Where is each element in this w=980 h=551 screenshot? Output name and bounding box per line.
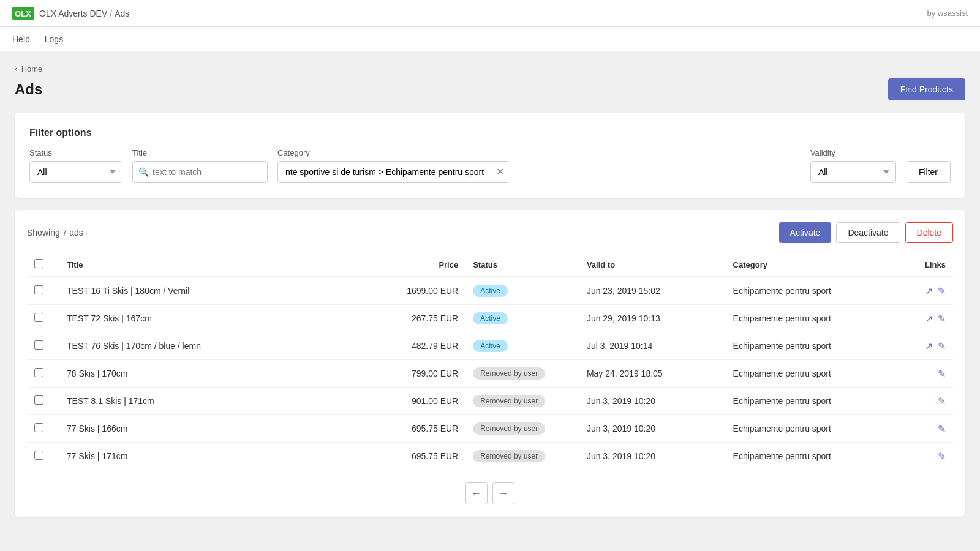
filter-card: Filter options Status All Active Removed…	[15, 113, 965, 198]
filter-row: Status All Active Removed by user Title …	[29, 148, 951, 183]
table-row: 77 Skis | 171cm 695.75 EUR Removed by us…	[27, 443, 953, 470]
back-link[interactable]: ‹ Home	[15, 64, 965, 73]
status-select[interactable]: All Active Removed by user	[29, 161, 123, 183]
table-row: TEST 8.1 Skis | 171cm 901.00 EUR Removed…	[27, 388, 953, 415]
filter-button[interactable]: Filter	[906, 161, 951, 183]
link-icons-group: ↗ ✎	[895, 313, 946, 324]
row-checkbox-1[interactable]	[34, 313, 43, 322]
row-checkbox-5[interactable]	[34, 423, 43, 432]
edit-icon[interactable]: ✎	[938, 451, 946, 462]
status-badge: Active	[473, 340, 508, 352]
row-links: ↗ ✎	[888, 277, 953, 305]
filter-label-spacer	[906, 148, 951, 157]
nav-help[interactable]: Help	[12, 29, 30, 49]
row-valid-to: Jun 3, 2019 10:20	[579, 443, 726, 470]
link-icons-group: ✎	[895, 395, 946, 407]
link-icons-group: ✎	[895, 423, 946, 435]
row-price: 901.00 EUR	[368, 388, 466, 415]
row-price: 482.79 EUR	[368, 332, 466, 360]
page-title: Ads	[15, 81, 42, 98]
row-status: Removed by user	[466, 415, 579, 443]
link-icons-group: ↗ ✎	[895, 340, 946, 352]
row-links: ✎	[888, 360, 953, 388]
category-input[interactable]	[277, 161, 510, 183]
table-row: TEST 16 Ti Skis | 180cm / Vernil 1699.00…	[27, 277, 953, 305]
activate-button[interactable]: Activate	[779, 222, 832, 243]
next-page-button[interactable]: →	[492, 482, 514, 504]
breadcrumb-separator: /	[110, 9, 112, 18]
olx-logo-icon: OLX	[12, 7, 34, 20]
row-valid-to: Jun 23, 2019 15:02	[579, 277, 726, 305]
row-checkbox-cell	[27, 305, 59, 332]
delete-button[interactable]: Delete	[905, 222, 953, 243]
row-category: Echipamente pentru sport	[726, 388, 888, 415]
filter-button-group: Filter	[906, 148, 951, 183]
row-category: Echipamente pentru sport	[726, 305, 888, 332]
topbar: OLX OLX Adverts DEV / Ads by wsassist	[0, 0, 980, 27]
col-header-check	[27, 253, 59, 277]
edit-icon[interactable]: ✎	[938, 423, 946, 435]
find-products-button[interactable]: Find Products	[888, 78, 965, 100]
col-header-valid: Valid to	[579, 253, 726, 277]
prev-page-button[interactable]: ←	[466, 482, 488, 504]
filter-group-category: Category ✕	[277, 148, 801, 183]
table-row: 77 Skis | 166cm 695.75 EUR Removed by us…	[27, 415, 953, 443]
edit-icon[interactable]: ✎	[938, 340, 946, 352]
row-title: TEST 76 Skis | 170cm / blue / lemn	[59, 332, 368, 360]
edit-icon[interactable]: ✎	[938, 395, 946, 407]
table-actions: Activate Deactivate Delete	[779, 222, 953, 243]
validity-select[interactable]: All Valid Expired	[810, 161, 896, 183]
status-badge: Removed by user	[473, 395, 545, 407]
row-status: Active	[466, 332, 579, 360]
edit-icon[interactable]: ✎	[938, 313, 946, 324]
breadcrumb-app: OLX Adverts DEV	[39, 9, 107, 18]
row-checkbox-0[interactable]	[34, 285, 43, 294]
row-links: ✎	[888, 415, 953, 443]
row-valid-to: Jun 29, 2019 10:13	[579, 305, 726, 332]
topbar-right: by wsassist	[927, 9, 968, 18]
topbar-left: OLX OLX Adverts DEV / Ads	[12, 7, 129, 20]
filter-group-validity: Validity All Valid Expired	[810, 148, 896, 183]
clear-category-icon[interactable]: ✕	[496, 167, 504, 177]
row-price: 267.75 EUR	[368, 305, 466, 332]
col-header-links: Links	[888, 253, 953, 277]
row-category: Echipamente pentru sport	[726, 277, 888, 305]
filter-group-status: Status All Active Removed by user	[29, 148, 123, 183]
row-status: Removed by user	[466, 388, 579, 415]
select-all-checkbox[interactable]	[34, 259, 43, 268]
row-checkbox-cell	[27, 360, 59, 388]
link-icons-group: ↗ ✎	[895, 285, 946, 297]
row-checkbox-6[interactable]	[34, 451, 43, 460]
filter-section-title: Filter options	[29, 127, 951, 138]
row-category: Echipamente pentru sport	[726, 443, 888, 470]
row-links: ✎	[888, 443, 953, 470]
col-header-status: Status	[466, 253, 579, 277]
back-arrow-icon: ‹	[15, 64, 18, 73]
category-label: Category	[277, 148, 801, 157]
category-input-wrap: ✕	[277, 161, 510, 183]
external-link-icon[interactable]: ↗	[925, 313, 933, 324]
nav-logs[interactable]: Logs	[45, 29, 63, 49]
title-input[interactable]	[132, 161, 268, 183]
row-title: 77 Skis | 166cm	[59, 415, 368, 443]
row-title: TEST 16 Ti Skis | 180cm / Vernil	[59, 277, 368, 305]
table-row: TEST 72 Skis | 167cm 267.75 EUR Active J…	[27, 305, 953, 332]
back-label: Home	[21, 64, 43, 73]
table-header: Title Price Status Valid to Category Lin…	[27, 253, 953, 277]
status-badge: Active	[473, 312, 508, 324]
deactivate-button[interactable]: Deactivate	[836, 222, 900, 243]
row-title: 77 Skis | 171cm	[59, 443, 368, 470]
row-checkbox-3[interactable]	[34, 368, 43, 377]
row-checkbox-cell	[27, 443, 59, 470]
external-link-icon[interactable]: ↗	[925, 340, 933, 352]
external-link-icon[interactable]: ↗	[925, 285, 933, 297]
filter-group-title: Title 🔍	[132, 148, 268, 183]
row-status: Removed by user	[466, 360, 579, 388]
row-valid-to: Jul 3, 2019 10:14	[579, 332, 726, 360]
row-title: TEST 72 Skis | 167cm	[59, 305, 368, 332]
row-checkbox-2[interactable]	[34, 340, 43, 350]
edit-icon[interactable]: ✎	[938, 368, 946, 380]
row-checkbox-4[interactable]	[34, 395, 43, 405]
edit-icon[interactable]: ✎	[938, 285, 946, 297]
table-card: Showing 7 ads Activate Deactivate Delete…	[15, 210, 965, 517]
